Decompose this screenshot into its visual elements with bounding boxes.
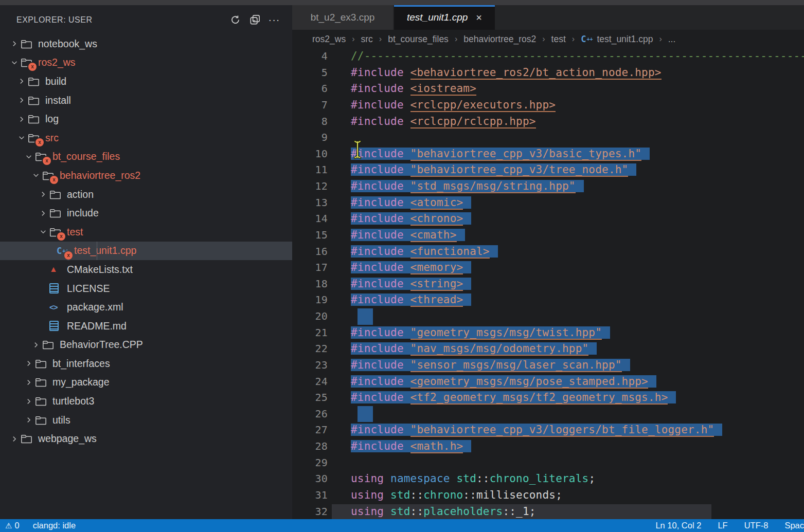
- code-line-15[interactable]: 15#include <cmath>: [292, 227, 804, 244]
- code-line-10[interactable]: 10#include "behaviortree_cpp_v3/basic_ty…: [292, 146, 804, 162]
- status-item-utf-8[interactable]: UTF-8: [744, 521, 769, 530]
- code-line-26[interactable]: 26: [292, 406, 804, 423]
- line-number: 20: [292, 308, 328, 325]
- chevron-down-icon[interactable]: [23, 153, 35, 160]
- tree-item-turtlebot3[interactable]: turtlebot3: [0, 392, 292, 411]
- clangd-status[interactable]: clangd: idle: [33, 521, 76, 530]
- code-line-18[interactable]: 18#include <string>: [292, 276, 804, 292]
- tree-item-utils[interactable]: utils: [0, 411, 292, 430]
- code-line-14[interactable]: 14#include <chrono>: [292, 211, 804, 227]
- tree-item-include[interactable]: include: [0, 204, 292, 223]
- breadcrumb-item-bt-course-files[interactable]: bt_course_files: [388, 34, 449, 45]
- chevron-down-icon[interactable]: [15, 134, 28, 141]
- tree-item-behaviortree-cpp[interactable]: BehaviorTree.CPP: [0, 336, 292, 355]
- code-line-28[interactable]: 28#include <math.h>: [292, 438, 804, 455]
- code-line-30[interactable]: 30using namespace std::chrono_literals;: [292, 471, 804, 487]
- breadcrumb-label: behaviortree_ros2: [463, 34, 536, 44]
- line-number: 19: [292, 292, 328, 308]
- chevron-down-icon[interactable]: [37, 228, 49, 235]
- code-line-22[interactable]: 22#include "nav_msgs/msg/odometry.hpp": [292, 341, 804, 357]
- breadcrumb-item-test-unit1-cpp[interactable]: C++test_unit1.cpp: [581, 34, 653, 45]
- code-line-17[interactable]: 17#include <memory>: [292, 260, 804, 276]
- status-item-lf[interactable]: LF: [718, 521, 727, 530]
- breadcrumb-item-ros2-ws[interactable]: ros2_ws: [312, 34, 346, 45]
- tab-test-unit1-cpp[interactable]: test_unit1.cpp×: [394, 5, 495, 30]
- tree-item-log[interactable]: log: [0, 109, 292, 129]
- code-line-13[interactable]: 13#include <atomic>: [292, 195, 804, 211]
- chevron-right-icon[interactable]: [8, 435, 21, 443]
- code-line-5[interactable]: 5#include <behaviortree_ros2/bt_action_n…: [292, 65, 804, 81]
- close-icon[interactable]: ×: [476, 12, 482, 24]
- chevron-right-icon[interactable]: [30, 341, 42, 348]
- tree-item-test-unit1-cpp[interactable]: C++xtest_unit1.cpp: [0, 242, 292, 261]
- chevron-right-icon[interactable]: [23, 398, 35, 405]
- chevron-right-icon[interactable]: [15, 116, 28, 123]
- code-line-6[interactable]: 6#include <iostream>: [292, 81, 804, 97]
- code-line-20[interactable]: 20: [292, 308, 804, 325]
- breadcrumb-item-src[interactable]: src: [361, 34, 373, 45]
- code-line-27[interactable]: 27#include "behaviortree_cpp_v3/loggers/…: [292, 422, 804, 438]
- chevron-right-icon[interactable]: [15, 78, 28, 85]
- tree-item-ros2-ws[interactable]: xros2_ws: [0, 53, 292, 72]
- status-item-ln-10-col-2[interactable]: Ln 10, Col 2: [655, 521, 701, 530]
- code-line-8[interactable]: 8#include <rclcpp/rclcpp.hpp>: [292, 114, 804, 130]
- chevron-right-icon[interactable]: [23, 360, 35, 367]
- tree-item-license[interactable]: LICENSE: [0, 279, 292, 298]
- tree-item-webpage-ws[interactable]: webpage_ws: [0, 429, 292, 448]
- collapse-folders-icon[interactable]: [247, 13, 262, 27]
- tree-item-behaviortree-ros2[interactable]: xbehaviortree_ros2: [0, 166, 292, 185]
- chevron-right-icon[interactable]: [23, 416, 35, 424]
- code-line-32[interactable]: 32using std::placeholders::_1;: [292, 504, 804, 520]
- error-badge: x: [35, 138, 44, 146]
- tree-item-notebook-ws[interactable]: notebook_ws: [0, 34, 292, 53]
- code-line-25[interactable]: 25#include <tf2_geometry_msgs/tf2_geomet…: [292, 390, 804, 406]
- breadcrumb-item-test[interactable]: test: [551, 34, 566, 45]
- problems-indicator[interactable]: ⚠ 0: [5, 521, 20, 530]
- code-editor[interactable]: 4//-------------------------------------…: [292, 48, 804, 519]
- code-line-24[interactable]: 24#include <geometry_msgs/msg/pose_stamp…: [292, 374, 804, 390]
- code-token: <string>: [410, 278, 463, 291]
- tree-item-test[interactable]: xtest: [0, 223, 292, 242]
- code-line-19[interactable]: 19#include <thread>: [292, 292, 804, 308]
- code-token: std: [390, 489, 410, 501]
- refresh-icon[interactable]: [227, 13, 243, 27]
- more-actions-icon[interactable]: ···: [266, 13, 282, 27]
- chevron-right-icon[interactable]: [8, 40, 21, 47]
- chevron-right-icon[interactable]: [37, 191, 49, 198]
- code-token: "behaviortree_cpp_v3/basic_types.h": [410, 148, 642, 161]
- chevron-right-icon[interactable]: [37, 210, 49, 217]
- breadcrumb-overflow[interactable]: ...: [668, 34, 676, 45]
- code-line-23[interactable]: 23#include "sensor_msgs/msg/laser_scan.h…: [292, 357, 804, 374]
- tree-item-install[interactable]: install: [0, 91, 292, 110]
- tree-item-cmakelists-txt[interactable]: ▲CMakeLists.txt: [0, 260, 292, 279]
- tree-item-action[interactable]: action: [0, 185, 292, 204]
- code-line-12[interactable]: 12#include "std_msgs/msg/string.hpp": [292, 178, 804, 195]
- line-number: 16: [292, 244, 328, 260]
- error-badge: x: [64, 251, 73, 260]
- status-item-spac[interactable]: Spac: [784, 521, 804, 530]
- code-line-21[interactable]: 21#include "geometry_msgs/msg/twist.hpp": [292, 325, 804, 341]
- chevron-right-icon[interactable]: [23, 379, 35, 386]
- chevron-down-icon[interactable]: [8, 59, 21, 66]
- chevron-down-icon[interactable]: [30, 172, 42, 179]
- tree-item-readme-md[interactable]: README.md: [0, 317, 292, 336]
- code-line-7[interactable]: 7#include <rclcpp/executors.hpp>: [292, 97, 804, 114]
- code-line-11[interactable]: 11#include "behaviortree_cpp_v3/tree_nod…: [292, 162, 804, 178]
- tree-item-bt-interfaces[interactable]: bt_interfaces: [0, 354, 292, 373]
- tree-item-build[interactable]: build: [0, 72, 292, 91]
- chevron-right-icon: ›: [572, 34, 575, 44]
- code-line-29[interactable]: 29: [292, 455, 804, 471]
- tree-item-package-xml[interactable]: <>package.xml: [0, 298, 292, 317]
- code-line-16[interactable]: 16#include <functional>: [292, 244, 804, 260]
- editor-area: bt_u2_ex3.cpptest_unit1.cpp× ros2_ws›src…: [292, 5, 804, 519]
- tree-item-my-package[interactable]: my_package: [0, 373, 292, 392]
- tree-item-src[interactable]: xsrc: [0, 129, 292, 148]
- tab-bt-u2-ex3-cpp[interactable]: bt_u2_ex3.cpp: [292, 5, 393, 30]
- code-line-4[interactable]: 4//-------------------------------------…: [292, 48, 804, 65]
- code-text: #include <string>: [351, 276, 471, 292]
- breadcrumb-item-behaviortree-ros2[interactable]: behaviortree_ros2: [463, 34, 536, 45]
- chevron-right-icon[interactable]: [15, 97, 28, 104]
- code-line-9[interactable]: 9: [292, 130, 804, 146]
- tree-item-bt-course-files[interactable]: xbt_course_files: [0, 148, 292, 167]
- code-line-31[interactable]: 31using std::chrono::milliseconds;: [292, 487, 804, 504]
